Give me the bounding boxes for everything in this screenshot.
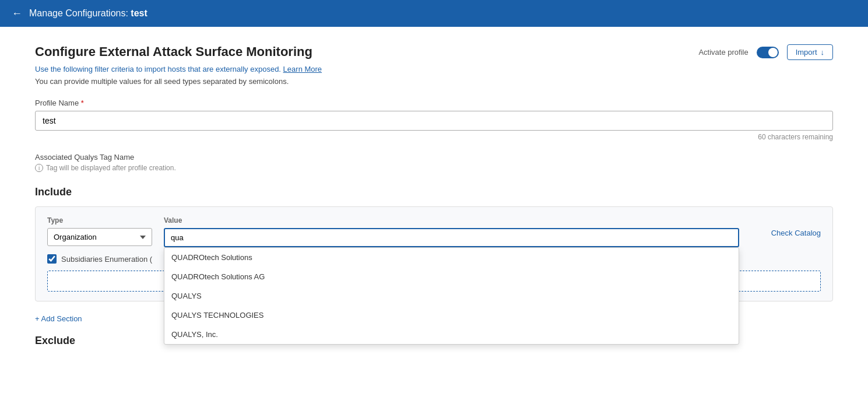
type-select[interactable]: Organization Domain IP Address IP Range … [47, 228, 152, 246]
dropdown-item[interactable]: QUADROtech Solutions AG [164, 267, 739, 286]
char-remaining: 60 characters remaining [35, 133, 833, 141]
add-section-link[interactable]: + Add Section [35, 314, 82, 323]
tag-note: i Tag will be displayed after profile cr… [35, 164, 833, 172]
dropdown-item[interactable]: QUALYS [164, 286, 739, 306]
include-filter-box: Type Organization Domain IP Address IP R… [35, 206, 833, 301]
dropdown-item[interactable]: QUALYS, Inc. [164, 325, 739, 344]
profile-name-label: Profile Name * [35, 99, 833, 107]
activate-profile-toggle[interactable] [757, 47, 779, 58]
main-content: Configure External Attack Surface Monito… [0, 27, 868, 414]
include-heading: Include [35, 186, 833, 198]
dropdown-item[interactable]: QUALYS TECHNOLOGIES [164, 306, 739, 325]
value-input[interactable] [164, 228, 739, 247]
back-arrow-icon[interactable]: ← [12, 8, 22, 20]
activate-label: Activate profile [698, 48, 748, 57]
tag-label: Associated Qualys Tag Name [35, 153, 833, 162]
page-title-row: Configure External Attack Surface Monito… [35, 44, 833, 60]
header-title: Manage Configurations: test [29, 8, 147, 19]
col-value: Value QUADROtech Solutions QUADROtech So… [164, 216, 739, 247]
subsidiaries-label: Subsidiaries Enumeration ( [61, 255, 152, 264]
description: You can provide multiple values for all … [35, 77, 833, 86]
info-icon: i [35, 164, 43, 172]
import-label: Import [796, 48, 817, 57]
subtitle: Use the following filter criteria to imp… [35, 65, 833, 73]
import-button[interactable]: Import ↓ [787, 44, 833, 60]
required-marker: * [81, 99, 84, 107]
type-header: Type [47, 216, 152, 224]
page-title: Configure External Attack Surface Monito… [35, 44, 312, 59]
col-type: Type Organization Domain IP Address IP R… [47, 216, 152, 246]
header: ← Manage Configurations: test [0, 0, 868, 27]
dropdown-item[interactable]: QUADROtech Solutions [164, 248, 739, 267]
profile-name-input[interactable] [35, 111, 833, 131]
learn-more-link[interactable]: Learn More [283, 65, 322, 73]
page-title-actions: Activate profile Import ↓ [698, 44, 833, 60]
value-header: Value [164, 216, 739, 224]
tag-section: Associated Qualys Tag Name i Tag will be… [35, 153, 833, 172]
col-action: Check Catalog [751, 216, 821, 237]
subsidiaries-checkbox[interactable] [47, 254, 57, 264]
col-action-header [751, 216, 821, 224]
profile-name-section: Profile Name * 60 characters remaining [35, 99, 833, 141]
check-catalog-link[interactable]: Check Catalog [771, 229, 821, 237]
autocomplete-dropdown: QUADROtech Solutions QUADROtech Solution… [164, 247, 739, 345]
filter-row: Type Organization Domain IP Address IP R… [47, 216, 821, 247]
import-icon: ↓ [821, 48, 825, 57]
